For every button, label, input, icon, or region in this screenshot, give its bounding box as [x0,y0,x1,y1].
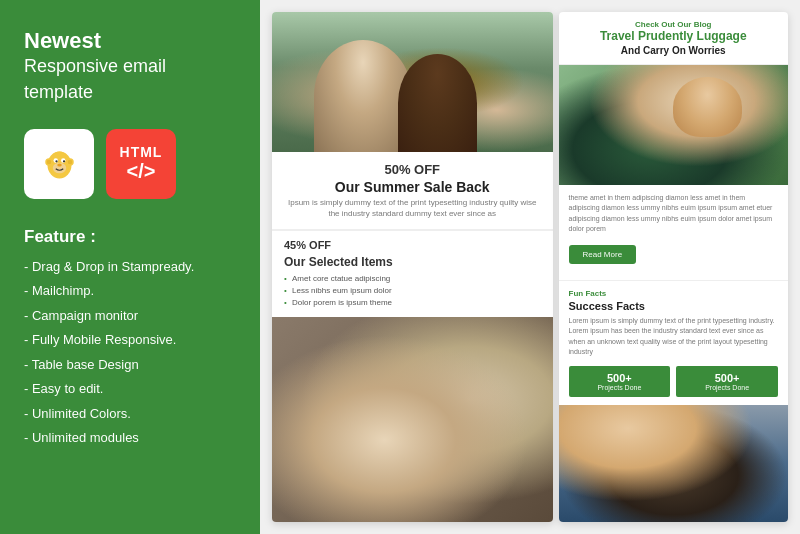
stat-box-1: 500+ Projects Done [569,366,671,397]
check-blog-label: Check Out Our Blog [569,20,779,29]
stat1-number: 500+ [573,372,667,384]
svg-point-14 [46,160,51,165]
selected-list: Amet core ctatue adipiscing Less nibhs e… [284,273,541,309]
selected-title: Our Selected Items [284,255,541,269]
sale-percent: 50% OFF [284,162,541,177]
feature-item: - Drag & Drop in Stampready. [24,257,236,277]
man-image [559,405,789,522]
feature-title: Feature : [24,227,236,247]
list-item: Less nibhs eum ipsum dolor [284,285,541,297]
fun-facts-text: Lorem ipsum is simply dummy text of the … [569,316,779,358]
sale-title: Our Summer Sale Back [284,179,541,195]
title-newest: Newest [24,28,236,54]
stats-row: 500+ Projects Done 500+ Projects Done [569,366,779,397]
stat2-label: Projects Done [680,384,774,391]
stat2-number: 500+ [680,372,774,384]
woman-phone-image [559,65,789,185]
sale-text: Ipsum is simply dummy text of the print … [284,197,541,219]
email-card-left: 50% OFF Our Summer Sale Back Ipsum is si… [272,12,553,522]
right-panel: 50% OFF Our Summer Sale Back Ipsum is si… [260,0,800,534]
read-more-button[interactable]: Read More [569,245,637,264]
feature-item: - Campaign monitor [24,306,236,326]
feature-item: - Unlimited modules [24,428,236,448]
stat1-label: Projects Done [573,384,667,391]
email-card-right: Check Out Our Blog Travel Prudently Lugg… [559,12,789,522]
blog-body: theme amet in them adipiscing diamon les… [569,193,779,235]
html-badge: HTML </> [106,129,176,199]
fun-facts-label: Fun Facts [569,289,779,298]
title-sub: Responsive email template [24,54,236,104]
svg-point-11 [57,164,62,167]
sale-section: 50% OFF Our Summer Sale Back Ipsum is si… [272,152,553,230]
svg-point-9 [55,160,57,162]
list-item: Amet core ctatue adipiscing [284,273,541,285]
blog-title: Travel Prudently Luggage [569,29,779,45]
mailchimp-badge [24,129,94,199]
selected-percent: 45% OFF [284,239,541,251]
blog-subtitle: And Carry On Worries [569,45,779,56]
feature-item: - Mailchimp. [24,281,236,301]
feature-item: - Unlimited Colors. [24,404,236,424]
badges: HTML </> [24,129,236,199]
blog-text-section: theme amet in them adipiscing diamon les… [559,185,789,280]
code-symbol: </> [127,160,156,183]
svg-point-10 [62,160,64,162]
stat-box-2: 500+ Projects Done [676,366,778,397]
feature-item: - Fully Mobile Responsive. [24,330,236,350]
list-item: Dolor porem is ipsum theme [284,297,541,309]
feature-item: - Table base Design [24,355,236,375]
html-label: HTML [120,144,163,160]
left-panel: Newest Responsive email template [0,0,260,534]
feature-item: - Easy to edit. [24,379,236,399]
svg-point-15 [67,160,72,165]
fun-facts-section: Fun Facts Success Facts Lorem ipsum is s… [559,280,789,405]
selected-section: 45% OFF Our Selected Items Amet core cta… [272,230,553,317]
blog-header: Check Out Our Blog Travel Prudently Lugg… [559,12,789,65]
fun-facts-title: Success Facts [569,300,779,312]
laptop-hands-image [272,317,553,522]
office-meeting-image [272,12,553,152]
feature-list: - Drag & Drop in Stampready. - Mailchimp… [24,257,236,448]
